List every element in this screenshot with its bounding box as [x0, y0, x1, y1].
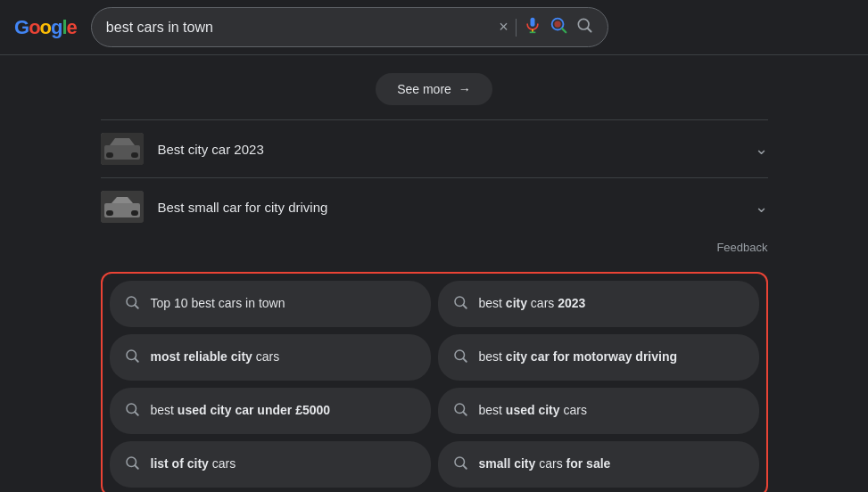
accordion-item-1[interactable]: Best city car 2023 ⌄ [101, 119, 768, 177]
svg-line-33 [463, 465, 466, 468]
see-more-arrow: → [459, 82, 471, 96]
svg-line-25 [463, 358, 466, 361]
suggestion-search-icon-6 [452, 401, 468, 421]
suggestion-item-6[interactable]: best used city cars [438, 388, 759, 434]
svg-rect-0 [530, 18, 534, 27]
svg-line-23 [135, 358, 137, 361]
suggestion-search-icon-7 [124, 455, 140, 474]
suggestion-search-icon-1 [124, 294, 140, 314]
main-content: See more → Best city car 2023 ⌄ [0, 55, 868, 492]
suggestion-item-7[interactable]: list of city cars [110, 441, 431, 488]
suggestion-search-icon-3 [124, 348, 140, 367]
suggestion-text-2: best city cars 2023 [479, 295, 586, 313]
accordion-thumb-1 [101, 133, 144, 165]
svg-rect-12 [131, 152, 138, 158]
suggestion-search-icon-5 [124, 401, 140, 421]
feedback-row[interactable]: Feedback [101, 235, 768, 265]
suggestion-search-icon-2 [452, 294, 468, 314]
accordion-section: Best city car 2023 ⌄ Best small car for … [87, 119, 782, 265]
mic-icon[interactable] [524, 16, 541, 38]
svg-rect-16 [106, 210, 113, 216]
suggestions-grid: Top 10 best cars in town best city cars … [110, 281, 759, 488]
suggestion-text-7: list of city cars [151, 455, 236, 473]
suggestion-text-4: best city car for motorway driving [479, 348, 678, 366]
see-more-area: See more → [0, 62, 868, 119]
suggestion-text-8: small city cars for sale [479, 455, 611, 473]
svg-rect-17 [131, 210, 138, 216]
accordion-chevron-1: ⌄ [755, 139, 768, 159]
svg-line-29 [463, 412, 466, 414]
suggestions-border: Top 10 best cars in town best city cars … [101, 272, 768, 492]
suggestion-item-5[interactable]: best used city car under £5000 [110, 388, 431, 434]
search-bar[interactable]: × [91, 7, 608, 47]
lens-icon[interactable] [549, 15, 568, 39]
suggestion-item-8[interactable]: small city cars for sale [438, 441, 759, 488]
google-logo: Google [14, 16, 77, 39]
suggestion-text-3: most reliable city cars [151, 348, 280, 366]
svg-line-31 [135, 465, 137, 468]
accordion-label-1: Best city car 2023 [158, 142, 740, 157]
svg-line-21 [463, 305, 466, 308]
suggestion-text-5: best used city car under £5000 [151, 402, 331, 420]
accordion-label-2: Best small car for city driving [158, 200, 740, 215]
car-thumbnail-1 [101, 133, 144, 165]
accordion-item-2[interactable]: Best small car for city driving ⌄ [101, 177, 768, 235]
accordion-thumb-2 [101, 191, 144, 223]
svg-line-19 [135, 305, 137, 308]
svg-line-7 [588, 29, 591, 32]
svg-point-4 [554, 20, 560, 27]
search-button-icon[interactable] [575, 16, 593, 38]
suggestion-search-icon-8 [452, 455, 468, 474]
suggestion-text-1: Top 10 best cars in town [151, 295, 285, 313]
see-more-button[interactable]: See more → [376, 73, 492, 105]
suggestion-search-icon-4 [452, 348, 468, 367]
svg-line-27 [135, 412, 137, 414]
suggestion-item-2[interactable]: best city cars 2023 [438, 281, 759, 327]
clear-icon[interactable]: × [499, 18, 508, 37]
svg-line-5 [562, 29, 566, 32]
search-bar-divider [516, 19, 517, 37]
svg-rect-11 [106, 152, 113, 158]
header: Google × [0, 0, 868, 55]
search-input[interactable] [106, 20, 492, 36]
car-thumbnail-2 [101, 191, 144, 223]
suggestion-item-1[interactable]: Top 10 best cars in town [110, 281, 431, 327]
suggestion-item-3[interactable]: most reliable city cars [110, 334, 431, 381]
see-more-label: See more [397, 82, 451, 96]
suggestion-item-4[interactable]: best city car for motorway driving [438, 334, 759, 381]
feedback-label: Feedback [716, 241, 767, 254]
suggestion-text-6: best used city cars [479, 402, 587, 420]
accordion-chevron-2: ⌄ [755, 197, 768, 217]
suggestions-section: Top 10 best cars in town best city cars … [87, 272, 782, 492]
